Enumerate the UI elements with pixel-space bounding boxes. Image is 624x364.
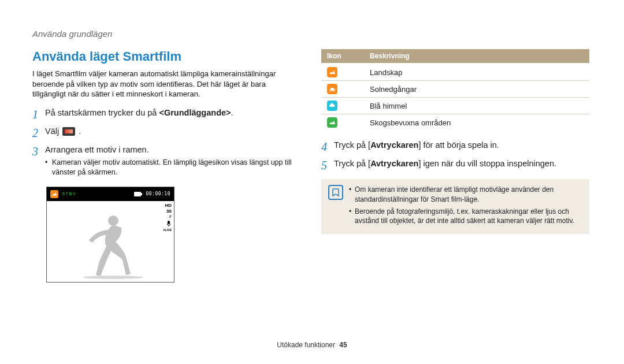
- step-bullet: Kameran väljer motiv automatiskt. En läm…: [45, 158, 300, 177]
- icon-cell: [321, 81, 364, 98]
- page: Använda grundlägen Använda läget Smartfi…: [0, 0, 624, 364]
- icon-table: Ikon Beskrivning Landskap: [321, 49, 589, 131]
- table-row: Landskap: [321, 64, 589, 81]
- step-body: På startskärmen trycker du på <Grundlägg…: [45, 107, 300, 121]
- timecode: 00:00:10: [146, 191, 170, 196]
- footer-page-number: 45: [339, 341, 347, 349]
- step-bold: Avtryckaren: [370, 140, 418, 150]
- forest-icon: [327, 117, 337, 128]
- preview-body: HD 30 F ALIVE: [47, 201, 174, 282]
- svg-point-5: [83, 276, 143, 279]
- step-2: 2 Välj .: [32, 126, 300, 140]
- landscape-icon: [327, 67, 337, 77]
- table-row: Blå himmel: [321, 98, 589, 114]
- step-body: Tryck på [Avtryckaren] igen när du vill …: [334, 158, 589, 172]
- step-text: .: [231, 108, 233, 117]
- mic-label: ALIVE: [163, 229, 172, 232]
- step-1: 1 På startskärmen trycker du på <Grundlä…: [32, 107, 300, 121]
- sunset-icon: [327, 84, 337, 94]
- page-footer: Utökade funktioner 45: [0, 341, 624, 349]
- table-header-row: Ikon Beskrivning: [321, 49, 589, 64]
- step-sublist: Kameran väljer motiv automatiskt. En läm…: [45, 158, 300, 177]
- note-box: Om kameran inte identifierar ett lämplig…: [321, 179, 589, 234]
- step-number: 5: [321, 158, 334, 172]
- step-5: 5 Tryck på [Avtryckaren] igen när du vil…: [321, 158, 589, 172]
- th-icon: Ikon: [321, 49, 364, 64]
- svg-rect-0: [134, 192, 141, 196]
- step-bold: <Grundläggande>: [159, 108, 231, 117]
- step-body: Tryck på [Avtryckaren] för att börja spe…: [334, 140, 589, 154]
- footer-label: Utökade funktioner: [277, 341, 335, 349]
- right-column: Ikon Beskrivning Landskap: [321, 49, 589, 283]
- step-text: Välj: [45, 127, 61, 136]
- step-text: Tryck på [: [334, 140, 370, 150]
- step-number: 4: [321, 140, 334, 154]
- left-column: Använda läget Smartfilm I läget Smartfil…: [32, 49, 300, 283]
- step-text: Tryck på [: [334, 159, 370, 168]
- mic-icon: [166, 221, 172, 228]
- step-list-left: 1 På startskärmen trycker du på <Grundlä…: [32, 107, 300, 181]
- landscape-mode-icon: [50, 190, 58, 198]
- note-list: Om kameran inte identifierar ett lämplig…: [349, 185, 582, 228]
- desc-cell: Landskap: [364, 64, 589, 81]
- preview-indicators: HD 30 F ALIVE: [163, 203, 172, 232]
- step-body: Arrangera ett motiv i ramen. Kameran väl…: [45, 144, 300, 181]
- icon-cell: [321, 114, 364, 131]
- step-list-right: 4 Tryck på [Avtryckaren] för att börja s…: [321, 140, 589, 172]
- fps-indicator: 30: [166, 209, 172, 214]
- step-text: .: [79, 127, 81, 136]
- icon-cell: [321, 64, 364, 81]
- step-4: 4 Tryck på [Avtryckaren] för att börja s…: [321, 140, 589, 154]
- camera-preview: STBY 00:00:10 HD 30 F ALIV: [46, 187, 174, 283]
- svg-point-4: [108, 216, 118, 226]
- step-number: 1: [32, 107, 45, 121]
- smartfilm-mode-icon: [62, 127, 75, 136]
- desc-cell: Solnedgångar: [364, 81, 589, 98]
- hd-indicator: HD: [165, 203, 172, 208]
- step-text: På startskärmen trycker du på: [45, 108, 159, 117]
- note-icon: [328, 185, 343, 200]
- step-body: Välj .: [45, 126, 300, 140]
- svg-rect-6: [329, 91, 335, 91]
- desc-cell: Skogsbevuxna områden: [364, 114, 589, 131]
- th-desc: Beskrivning: [364, 49, 589, 64]
- note-item: Om kameran inte identifierar ett lämplig…: [349, 185, 582, 205]
- fps-sublabel: F: [169, 215, 172, 218]
- content-columns: Använda läget Smartfilm I läget Smartfil…: [32, 49, 592, 283]
- battery-icon: [134, 192, 142, 196]
- breadcrumb: Använda grundlägen: [32, 29, 592, 39]
- table-row: Skogsbevuxna områden: [321, 114, 589, 131]
- step-3: 3 Arrangera ett motiv i ramen. Kameran v…: [32, 144, 300, 181]
- step-number: 3: [32, 144, 45, 181]
- step-bold: Avtryckaren: [370, 159, 418, 168]
- step-text: Arrangera ett motiv i ramen.: [45, 145, 149, 154]
- skater-figure-icon: [73, 210, 148, 280]
- step-text: ] igen när du vill stoppa inspelningen.: [418, 159, 556, 168]
- desc-cell: Blå himmel: [364, 98, 589, 114]
- step-number: 2: [32, 126, 45, 140]
- table-row: Solnedgångar: [321, 81, 589, 98]
- preview-topbar: STBY 00:00:10: [47, 187, 174, 201]
- note-item: Beroende på fotograferingsmiljö, t.ex. k…: [349, 207, 582, 226]
- svg-rect-1: [141, 193, 142, 195]
- icon-cell: [321, 98, 364, 114]
- svg-rect-2: [168, 221, 170, 224]
- standby-label: STBY: [62, 191, 76, 196]
- sky-icon: [327, 101, 337, 111]
- intro-paragraph: I läget Smartfilm väljer kameran automat…: [32, 69, 300, 99]
- step-text: ] för att börja spela in.: [418, 140, 499, 150]
- section-title: Använda läget Smartfilm: [32, 49, 300, 64]
